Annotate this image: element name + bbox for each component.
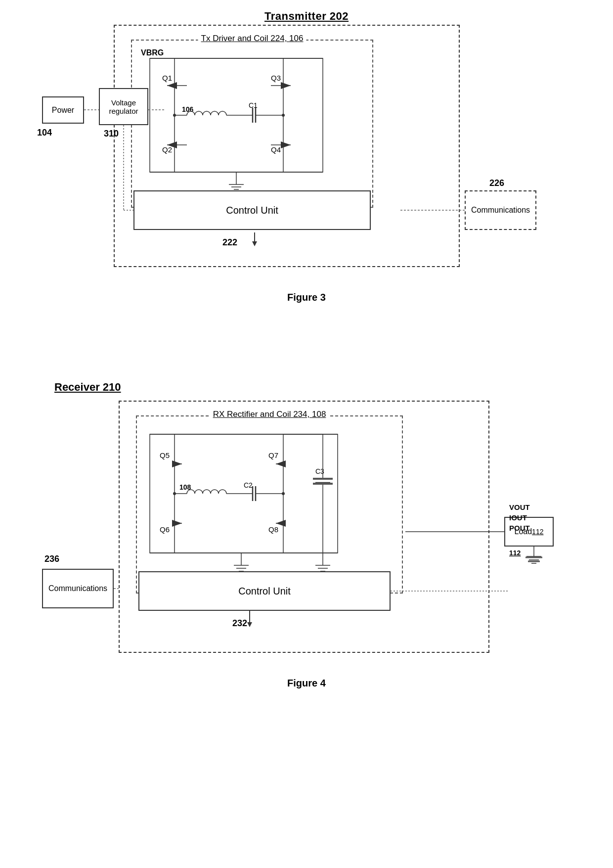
ctrl-num-rx: 232	[232, 618, 247, 629]
svg-point-39	[173, 114, 176, 117]
comm-box-rx: Communications	[42, 569, 114, 608]
svg-text:Q4: Q4	[271, 145, 281, 154]
svg-text:Q6: Q6	[160, 525, 170, 534]
comm-num-rx: 236	[44, 554, 59, 564]
vout-label: VOUT	[509, 502, 530, 512]
svg-text:Q8: Q8	[268, 525, 278, 534]
fig4-caption: Figure 4	[35, 678, 578, 689]
svg-point-40	[282, 114, 285, 117]
power-num: 104	[37, 128, 52, 138]
pout-label: POUT	[509, 523, 530, 533]
tx-circuit-svg: Q1 Q3 Q2 Q4	[130, 39, 372, 207]
svg-text:Q7: Q7	[268, 451, 278, 459]
svg-point-95	[282, 492, 285, 495]
vout-labels: VOUT IOUT POUT	[509, 502, 530, 533]
iout-label: IOUT	[509, 512, 530, 523]
power-box: Power	[42, 96, 84, 124]
comm-box-tx: Communications	[465, 190, 536, 230]
rx-circuit-svg: Q5 Q7 Q6 Q8 108	[135, 414, 404, 593]
svg-text:Q1: Q1	[162, 74, 172, 82]
load-ground	[524, 547, 544, 576]
svg-text:Q2: Q2	[162, 145, 172, 154]
svg-text:C2: C2	[244, 481, 253, 489]
svg-text:Q3: Q3	[271, 74, 281, 82]
fig3-caption: Figure 3	[35, 292, 578, 303]
figure3-area: Transmitter 202 Tx Driver and Coil 224, …	[35, 10, 578, 366]
svg-text:106: 106	[182, 105, 194, 113]
ctrl-num-tx: 222	[222, 237, 237, 248]
svg-text:Q5: Q5	[160, 451, 170, 459]
fig3-title: Transmitter 202	[35, 10, 578, 23]
fig4-title: Receiver 210	[54, 381, 351, 394]
load-num-label: 112	[509, 549, 521, 557]
vreg-num: 310	[104, 129, 119, 139]
svg-point-94	[173, 492, 176, 495]
comm-num-tx: 226	[489, 178, 504, 188]
figure4-area: Receiver 210 RX Rectifier and Coil 234, …	[35, 381, 578, 767]
